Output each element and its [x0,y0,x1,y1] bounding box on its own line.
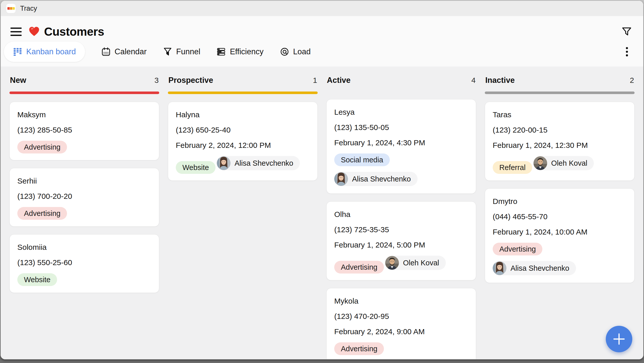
customer-phone: (123) 135-50-05 [334,122,468,133]
alisa-avatar [217,156,231,170]
column-color-bar [9,92,159,94]
customer-card[interactable]: Maksym (123) 285-50-85 Advertising [9,102,159,160]
tracy-logo-icon [6,4,16,13]
customer-phone: (123) 700-20-20 [17,191,151,201]
assignee-chip: Alisa Shevchenko [493,261,576,275]
tab-calendar[interactable]: Calendar [101,42,147,62]
calendar-icon [101,47,111,56]
source-tag: Referral [493,161,532,174]
filter-icon[interactable] [621,26,632,37]
assignee-chip: Alisa Shevchenko [217,156,300,170]
oleh-avatar [385,256,399,270]
column-count: 4 [471,76,476,85]
assignee-chip: Oleh Koval [533,156,594,170]
page-title: Customers [44,25,104,38]
column-name: New [10,76,26,85]
customer-card[interactable]: Serhii (123) 700-20-20 Advertising [9,168,159,227]
assignee-name: Alisa Shevchenko [511,264,569,273]
customer-datetime: February 1, 2024, 4:30 PM [334,138,468,148]
customer-name: Lesya [334,107,468,117]
customer-card[interactable]: Dmytro (044) 465-55-70 February 1, 2024,… [485,188,635,283]
customer-name: Maksym [17,110,151,120]
assignee-name: Oleh Koval [551,159,587,167]
efficiency-icon [217,47,226,56]
customer-card[interactable]: Mykola (123) 470-20-95 February 2, 2024,… [326,288,476,359]
alisa-avatar [493,261,506,275]
customer-card[interactable]: Halyna (123) 650-25-40 February 2, 2024,… [168,102,318,181]
customer-datetime: February 2, 2024, 12:00 PM [176,140,310,150]
column-cards: Halyna (123) 650-25-40 February 2, 2024,… [168,102,318,181]
column-count: 3 [154,76,159,85]
heart-icon [28,26,40,37]
customer-name: Halyna [176,110,310,120]
column-header: Inactive 2 [485,76,635,85]
alisa-avatar [334,172,348,186]
tab-load[interactable]: Load [280,42,311,62]
customer-name: Taras [493,110,627,120]
add-customer-button[interactable] [606,326,632,352]
kanban-icon [13,47,22,56]
kanban-board: New 3 Maksym (123) 285-50-85 Advertising… [1,67,643,359]
more-options-icon[interactable] [622,46,632,57]
customer-name: Serhii [17,176,151,186]
titlebar: Tracy [1,1,643,16]
tab-label: Funnel [176,47,200,56]
customer-datetime: February 2, 2024, 9:00 AM [334,327,468,337]
customer-datetime: February 1, 2024, 12:30 PM [493,140,627,150]
kanban-column-prospective: Prospective 1 Halyna (123) 650-25-40 Feb… [168,76,318,359]
customer-name: Olha [334,209,468,219]
customer-card[interactable]: Olha (123) 725-35-35 February 1, 2024, 5… [326,201,476,280]
tab-funnel[interactable]: Funnel [163,42,200,62]
column-count: 2 [630,76,634,85]
column-color-bar [168,92,318,94]
tab-label: Kanban board [26,47,76,56]
column-count: 1 [313,76,317,85]
assignee-chip: Alisa Shevchenko [334,172,418,186]
column-name: Inactive [485,76,515,85]
app-window: Tracy Customers Kanban board Ca [1,1,643,359]
customer-datetime: February 1, 2024, 10:00 AM [493,227,627,237]
assignee-chip: Oleh Koval [385,256,446,270]
assignee-name: Alisa Shevchenko [352,175,411,183]
tab-label: Efficiency [230,47,263,56]
column-color-bar [485,92,635,94]
column-header: Active 4 [326,76,476,85]
source-tag: Advertising [17,207,67,220]
customer-name: Dmytro [493,196,627,206]
kanban-column-new: New 3 Maksym (123) 285-50-85 Advertising… [9,76,159,359]
kanban-column-active: Active 4 Lesya (123) 135-50-05 February … [326,76,476,359]
column-header: Prospective 1 [168,76,318,85]
column-name: Prospective [168,76,213,85]
column-cards: Maksym (123) 285-50-85 Advertising Serhi… [9,102,159,293]
source-tag: Advertising [334,261,384,274]
kanban-column-inactive: Inactive 2 Taras (123) 220-00-15 Februar… [485,76,635,359]
customer-phone: (044) 465-55-70 [493,212,627,222]
load-icon [280,47,289,56]
tab-efficiency[interactable]: Efficiency [217,42,263,62]
source-tag: Advertising [17,141,67,153]
customer-name: Mykola [334,296,468,306]
tab-kanban-board[interactable]: Kanban board [4,42,85,62]
customer-card[interactable]: Taras (123) 220-00-15 February 1, 2024, … [485,102,635,181]
tab-label: Calendar [115,47,147,56]
source-tag: Advertising [493,243,542,255]
app-name: Tracy [20,5,37,12]
assignee-name: Oleh Koval [403,259,439,267]
assignee-name: Alisa Shevchenko [235,159,293,167]
customer-card[interactable]: Lesya (123) 135-50-05 February 1, 2024, … [326,99,476,194]
page-header: Customers [1,16,643,41]
source-tag: Social media [334,153,390,166]
hamburger-menu-icon[interactable] [10,28,22,36]
oleh-avatar [533,156,547,170]
source-tag: Advertising [334,342,384,355]
customer-card[interactable]: Solomiia (123) 550-25-60 Website [9,234,159,293]
page-title-wrap: Customers [28,25,104,38]
tab-label: Load [293,47,311,56]
customer-phone: (123) 470-20-95 [334,311,468,321]
customer-name: Solomiia [17,242,151,252]
source-tag: Website [176,161,216,174]
column-cards: Taras (123) 220-00-15 February 1, 2024, … [485,102,635,283]
column-header: New 3 [9,76,159,85]
column-name: Active [327,76,351,85]
customer-phone: (123) 550-25-60 [17,257,151,268]
